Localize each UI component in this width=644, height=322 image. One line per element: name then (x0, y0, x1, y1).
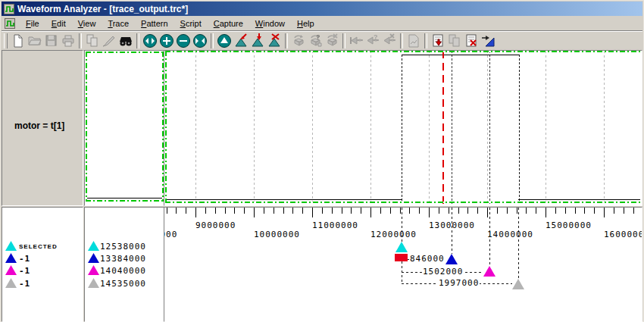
marker-symbol-3[interactable] (5, 265, 17, 275)
discard-page-button[interactable] (463, 33, 480, 49)
toolbar-separator (285, 33, 288, 48)
marker-add-button[interactable] (233, 33, 249, 49)
marker-symbol-value-2[interactable] (88, 253, 99, 263)
overview-wave-panel[interactable] (84, 50, 165, 206)
timeline-marker-1[interactable] (395, 242, 408, 252)
menu-script[interactable]: Script (174, 17, 208, 30)
ruler-tick (458, 208, 459, 214)
menu-file[interactable]: File (20, 17, 45, 30)
menu-view[interactable]: View (72, 17, 102, 30)
timeline-marker-2[interactable] (445, 254, 458, 264)
marker-delete-button[interactable] (266, 33, 283, 49)
grid-line (195, 51, 196, 204)
signal-low-left (166, 199, 402, 200)
ruler-tick (584, 208, 585, 214)
zoom-all-button[interactable] (216, 33, 233, 49)
ruler-tick (215, 208, 216, 214)
ruler-label: 12000000 (370, 230, 417, 239)
overview-border-left (86, 52, 87, 202)
menu-pattern[interactable]: Pattern (135, 17, 174, 30)
menu-help[interactable]: Help (291, 17, 320, 30)
menu-capture[interactable]: Capture (208, 17, 249, 30)
ruler-tick (575, 208, 576, 214)
ruler-tick (507, 208, 508, 214)
trace-cursor[interactable] (442, 51, 444, 204)
find-button[interactable] (117, 33, 134, 49)
marker-drop-line-3 (489, 208, 490, 266)
signal-low-right (518, 199, 640, 200)
marker-symbol-4[interactable] (5, 278, 17, 288)
marker-symbol-value-3[interactable] (88, 265, 99, 275)
ruler-tick (594, 208, 595, 214)
ruler-tick (292, 208, 293, 214)
signal-high-pulse (402, 55, 520, 201)
zoom-in-button[interactable] (158, 33, 175, 49)
grid-line (604, 51, 605, 204)
send-to-waveform-button[interactable] (480, 33, 496, 49)
ruler-tick (390, 208, 391, 214)
marker-value-4: 14535000 (100, 279, 146, 289)
toolbar-separator (424, 33, 427, 48)
ruler-label: 11000000 (312, 220, 358, 230)
save-file-button (43, 33, 60, 49)
step-clear-button (381, 33, 398, 49)
ruler-tick (439, 208, 439, 214)
ruler-tick (477, 208, 478, 214)
marker-symbol-value-4[interactable] (88, 278, 99, 288)
signal-name: motor = t[1] (14, 120, 64, 131)
overview-border-bottom (86, 200, 164, 202)
ruler-tick (254, 208, 255, 217)
marker-name-3: -1 (19, 266, 30, 276)
measurement-value-3: 1997000 (438, 278, 480, 288)
signal-label-panel[interactable]: motor = t[1] (2, 50, 83, 206)
ruler-tick (517, 208, 517, 214)
new-document-button[interactable] (10, 33, 27, 49)
sync-clear-button (324, 33, 340, 49)
ruler-tick (409, 208, 410, 214)
toolbar-items: ?? (10, 33, 496, 49)
ruler-tick (546, 208, 546, 217)
ruler-tick (467, 208, 468, 214)
marker-symbol-1[interactable] (5, 241, 17, 251)
timeline-panel[interactable]: 8000000900000010000000110000001200000013… (164, 207, 642, 322)
timeline-marker-3[interactable] (483, 266, 496, 277)
menu-edit[interactable]: Edit (45, 17, 72, 30)
ruler-tick (332, 208, 333, 214)
marker-name-panel: SELECTED-1-1-1 (2, 207, 83, 322)
measurement-value-2: 1502000 (422, 267, 464, 277)
document-icon[interactable] (5, 18, 15, 29)
ruler-tick (351, 208, 352, 214)
ruler-tick (487, 208, 488, 217)
ruler-tick (312, 208, 313, 217)
menu-trace[interactable]: Trace (102, 17, 135, 30)
marker-drop-button[interactable] (249, 33, 266, 49)
menu-window[interactable]: Window (249, 17, 291, 30)
ruler-tick (361, 208, 361, 214)
ruler-label: 8000000 (164, 230, 177, 239)
marker-symbol-value-1[interactable] (88, 241, 99, 251)
print-button (60, 33, 77, 49)
zoom-selection-button[interactable] (142, 33, 158, 49)
marker-symbol-2[interactable] (5, 253, 17, 263)
ruler-tick (264, 208, 264, 214)
zoom-out-button[interactable] (175, 33, 192, 49)
sync-compare-button (290, 33, 307, 49)
selected-marker-tail-line (402, 261, 402, 284)
overview-border-top (86, 52, 164, 53)
ruler-label: 9000000 (195, 220, 236, 230)
wave-border-top (165, 51, 642, 52)
toolbar-grip[interactable] (4, 33, 8, 48)
zoom-fit-button[interactable] (192, 33, 208, 49)
svg-text:?: ? (316, 33, 320, 41)
timeline-marker-4[interactable] (512, 279, 524, 289)
ruler-label: 15000000 (546, 220, 592, 230)
ruler-tick (205, 208, 206, 214)
export-trace-button[interactable] (430, 33, 446, 49)
ruler-tick (225, 208, 226, 214)
ruler-tick (614, 208, 614, 214)
measurement-value-1: 846000 (409, 254, 445, 264)
ruler-tick (195, 208, 196, 217)
main-wave-panel[interactable] (164, 50, 642, 206)
title-bar[interactable]: Waveform Analyzer - [trace_output.trc*] (2, 2, 642, 16)
ruler-tick (186, 208, 186, 214)
